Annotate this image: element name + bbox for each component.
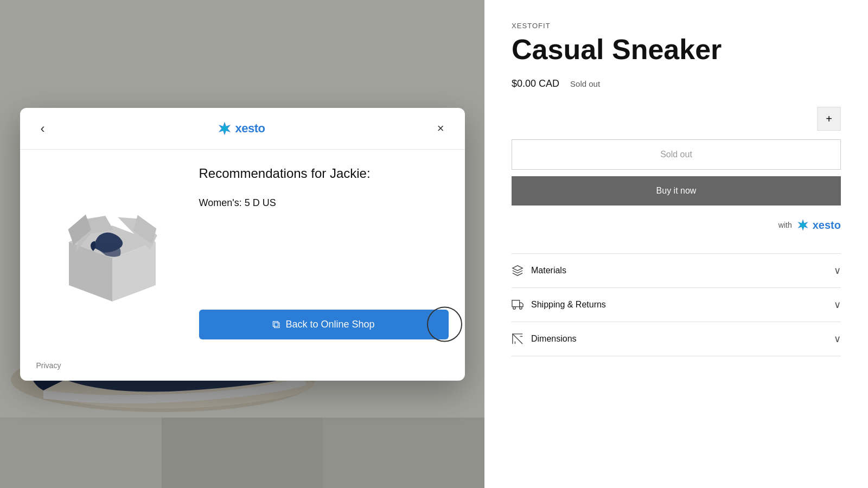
svg-point-10: [513, 307, 516, 310]
size-section: +: [512, 107, 841, 131]
materials-label: Materials: [531, 266, 566, 275]
modal-image-area: [36, 166, 188, 339]
modal-body: Recommendations for Jackie: Women's: 5 D…: [20, 150, 465, 356]
accordion-shipping-left: Shipping & Returns: [512, 299, 606, 311]
materials-chevron: ∨: [834, 265, 841, 277]
privacy-link[interactable]: Privacy: [36, 361, 61, 370]
sold-out-badge: Sold out: [570, 79, 600, 88]
xesto-powered-row: with xesto: [512, 219, 841, 232]
accordion-materials-left: Materials: [512, 265, 566, 277]
modal-close-button[interactable]: ×: [433, 119, 449, 138]
xesto-logo-powered: xesto: [796, 219, 841, 232]
accordion-materials[interactable]: Materials ∨: [512, 253, 841, 287]
sold-out-button-text: Sold out: [660, 150, 692, 159]
modal-header: ‹ xesto ×: [20, 108, 465, 150]
modal-logo-text: xesto: [235, 121, 265, 136]
accordion-shipping[interactable]: Shipping & Returns ∨: [512, 287, 841, 322]
buy-now-button[interactable]: Buy it now: [512, 176, 841, 206]
product-details: XESTOFIT Casual Sneaker $0.00 CAD Sold o…: [484, 0, 868, 488]
sold-out-button: Sold out: [512, 139, 841, 170]
dimensions-label: Dimensions: [531, 334, 577, 344]
xesto-star-icon: [217, 121, 232, 136]
price-row: $0.00 CAD Sold out: [512, 78, 841, 89]
accordion: Materials ∨ Shipping & Returns ∨: [512, 253, 841, 356]
product-price: $0.00 CAD: [512, 78, 559, 89]
product-title: Casual Sneaker: [512, 34, 841, 65]
brand-name: XESTOFIT: [512, 22, 841, 30]
modal-logo: xesto: [217, 121, 265, 136]
shipping-icon: [512, 299, 524, 311]
shipping-chevron: ∨: [834, 299, 841, 311]
materials-icon: [512, 265, 524, 277]
accordion-dimensions[interactable]: Dimensions ∨: [512, 322, 841, 356]
buy-now-label: Buy it now: [656, 186, 697, 195]
xesto-small-star-icon: [796, 219, 809, 232]
modal-content-area: Recommendations for Jackie: Women's: 5 D…: [199, 166, 449, 339]
powered-by-text: with: [778, 221, 792, 229]
dimensions-chevron: ∨: [834, 333, 841, 345]
modal-footer: Privacy: [20, 356, 465, 381]
xesto-small-text: xesto: [813, 219, 841, 232]
back-to-shop-label: Back to Online Shop: [285, 319, 374, 330]
shipping-label: Shipping & Returns: [531, 300, 606, 310]
recommendations-modal: ‹ xesto ×: [20, 108, 465, 381]
accordion-dimensions-left: Dimensions: [512, 333, 577, 345]
external-link-icon: ⧉: [272, 318, 280, 331]
modal-overlay: ‹ xesto ×: [0, 0, 484, 488]
modal-back-button[interactable]: ‹: [36, 119, 49, 138]
box-illustration: [53, 193, 172, 312]
recommendations-title: Recommendations for Jackie:: [199, 166, 449, 181]
dimensions-icon: [512, 333, 524, 345]
size-plus-button[interactable]: +: [817, 107, 841, 131]
svg-rect-9: [512, 300, 520, 307]
size-recommendation: Women's: 5 D US: [199, 197, 449, 209]
svg-point-11: [520, 307, 522, 310]
product-image-area: ‹ xesto ×: [0, 0, 484, 488]
back-to-shop-button[interactable]: ⧉ Back to Online Shop: [199, 310, 449, 339]
